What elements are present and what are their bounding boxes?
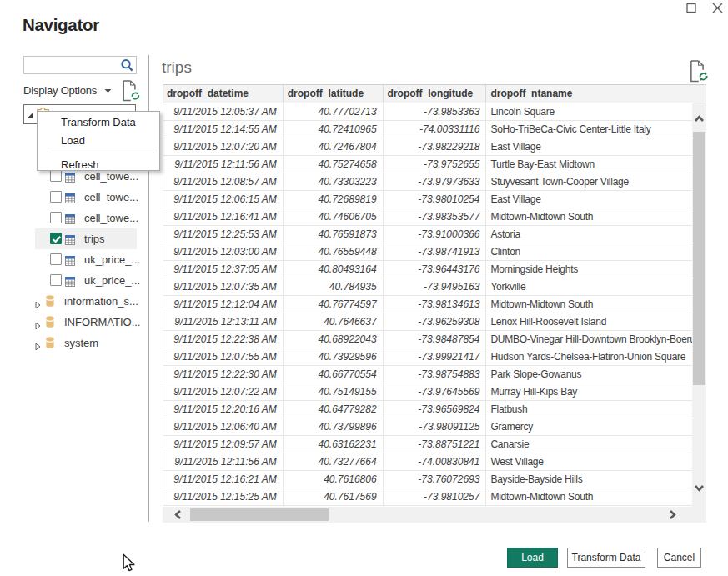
table-cell: -74.00331116: [384, 121, 487, 138]
checkbox-unchecked[interactable]: [50, 274, 62, 286]
display-options-dropdown[interactable]: Display Options: [23, 83, 112, 98]
table-row: 9/11/2015 12:13:11 AM40.7646637-73.96259…: [163, 313, 692, 331]
refresh-preview-icon[interactable]: [689, 60, 709, 83]
table-cell: -73.98010254: [384, 191, 487, 208]
scroll-left-icon[interactable]: [174, 509, 182, 520]
load-button[interactable]: Load: [507, 548, 558, 568]
expander-expanded-icon[interactable]: [27, 112, 34, 119]
close-button[interactable]: [710, 1, 725, 16]
table-cell: Stuyvesant Town-Cooper Village: [486, 173, 692, 190]
table-row: 9/11/2015 12:20:16 AM40.64779282-73.9656…: [163, 401, 692, 418]
tree-item-cell-towe[interactable]: cell_towe...: [35, 208, 137, 228]
table-cell: 40.80493164: [284, 261, 384, 278]
tree-item-label: system: [64, 337, 98, 349]
table-cell: 9/11/2015 12:20:16 AM: [163, 401, 284, 418]
table-cell: -73.88751221: [384, 436, 487, 453]
table-row: 9/11/2015 12:09:57 AM40.63162231-73.8875…: [163, 436, 692, 453]
refresh-preview-icon[interactable]: [122, 80, 140, 102]
transform-data-button[interactable]: Transform Data: [567, 548, 645, 568]
column-header-dropoff_ntaname[interactable]: dropoff_ntaname: [486, 85, 706, 103]
tree-item-label: uk_price_...: [84, 274, 140, 287]
table-cell: 9/11/2015 12:22:38 AM: [163, 331, 284, 348]
search-icon[interactable]: [120, 58, 134, 73]
table-cell: Lenox Hill-Roosevelt Island: [486, 313, 692, 330]
tree-item-cell-towe[interactable]: cell_towe...: [35, 187, 137, 208]
menu-item-refresh[interactable]: Refresh: [38, 156, 159, 174]
table-cell: -73.98229218: [384, 138, 487, 155]
table-icon: [65, 233, 75, 243]
table-cell: 9/11/2015 12:14:55 AM: [163, 121, 284, 138]
horizontal-scrollbar-thumb[interactable]: [190, 508, 329, 521]
table-row: 9/11/2015 12:05:37 AM40.77702713-73.9853…: [163, 103, 692, 121]
tree-item-informatio[interactable]: INFORMATIO...: [35, 312, 137, 333]
checkbox-unchecked[interactable]: [50, 191, 62, 203]
table-cell: Gramercy: [486, 418, 692, 435]
tree-item-label: uk_price_...: [84, 253, 140, 266]
table-cell: -73.98741913: [384, 243, 487, 260]
table-cell: Park Slope-Gowanus: [486, 366, 692, 383]
navigator-dialog: Navigator Display Options: [0, 0, 728, 576]
table-cell: 9/11/2015 12:12:04 AM: [163, 296, 284, 313]
tree-item-information-s[interactable]: information_s...: [35, 291, 137, 312]
column-header-dropoff_latitude[interactable]: dropoff_latitude: [284, 85, 384, 103]
table-cell: Midtown-Midtown South: [486, 208, 692, 225]
table-cell: Flatbush: [486, 401, 692, 418]
search-input[interactable]: [24, 57, 121, 73]
column-header-dropoff_longitude[interactable]: dropoff_longitude: [384, 85, 487, 103]
table-cell: 9/11/2015 12:05:37 AM: [163, 103, 284, 120]
table-cell: -73.98487854: [384, 331, 487, 348]
tree-item-label: cell_towe...: [84, 212, 138, 224]
dialog-title: Navigator: [23, 15, 99, 35]
context-menu: Transform Data Load Refresh: [37, 111, 160, 171]
table-cell: -73.96569824: [384, 401, 487, 418]
checkbox-unchecked[interactable]: [50, 212, 62, 223]
horizontal-scrollbar[interactable]: [163, 507, 706, 523]
table-icon: [65, 213, 75, 223]
close-icon: [710, 1, 724, 14]
table-cell: 9/11/2015 12:16:21 AM: [163, 471, 284, 488]
table-cell: 40.76591873: [284, 226, 384, 243]
vertical-scrollbar[interactable]: [692, 103, 706, 523]
menu-item-transform-data[interactable]: Transform Data: [38, 113, 159, 132]
preview-title: trips: [162, 58, 192, 77]
table-cell: Morningside Heights: [486, 261, 692, 278]
tree-item-trips[interactable]: trips: [35, 228, 137, 249]
table-cell: East Village: [486, 138, 692, 155]
table-cell: Astoria: [486, 226, 692, 243]
table-cell: -73.97973633: [384, 173, 487, 190]
column-header-dropoff_datetime[interactable]: dropoff_datetime: [163, 85, 284, 103]
table-cell: 40.73929596: [284, 348, 384, 365]
table-icon: [65, 192, 75, 202]
table-row: 9/11/2015 12:15:25 AM40.7617569-73.98102…: [163, 488, 692, 506]
table-cell: 40.74606705: [284, 208, 384, 225]
scroll-up-icon[interactable]: [694, 115, 705, 123]
tree-item-uk-price[interactable]: uk_price_...: [35, 270, 137, 291]
tree-item-system[interactable]: system: [35, 333, 137, 353]
table-cell: Midtown-Midtown South: [486, 488, 692, 505]
table-cell: -73.98754883: [384, 366, 487, 383]
table-cell: 40.73303223: [284, 173, 384, 190]
table-cell: 9/11/2015 12:11:56 AM: [163, 156, 284, 173]
expander-collapsed-icon[interactable]: [35, 298, 41, 306]
table-row: 9/11/2015 12:07:55 AM40.73929596-73.9992…: [163, 348, 692, 366]
table-cell: 9/11/2015 12:37:05 AM: [163, 261, 284, 278]
cancel-button[interactable]: Cancel: [657, 548, 701, 568]
table-cell: 40.75149155: [284, 383, 384, 400]
scroll-right-icon[interactable]: [669, 509, 676, 520]
table-cell: SoHo-TriBeCa-Civic Center-Little Italy: [486, 121, 692, 138]
checkbox-unchecked[interactable]: [50, 253, 62, 265]
table-cell: -73.97645569: [384, 383, 487, 400]
expander-collapsed-icon[interactable]: [35, 339, 41, 348]
expander-collapsed-icon[interactable]: [35, 318, 41, 327]
checkbox-checked[interactable]: [50, 233, 62, 244]
mouse-cursor: [123, 553, 136, 573]
menu-item-load[interactable]: Load: [38, 132, 159, 150]
vertical-scrollbar-thumb[interactable]: [693, 132, 705, 385]
table-cell: Bayside-Bayside Hills: [486, 471, 692, 488]
table-cell: -73.98353577: [384, 208, 487, 225]
scroll-down-icon[interactable]: [694, 484, 705, 492]
table-cell: -73.9752655: [384, 156, 487, 173]
tree-item-uk-price[interactable]: uk_price_...: [35, 249, 137, 270]
maximize-button[interactable]: [684, 1, 699, 16]
database-icon: [46, 295, 54, 307]
